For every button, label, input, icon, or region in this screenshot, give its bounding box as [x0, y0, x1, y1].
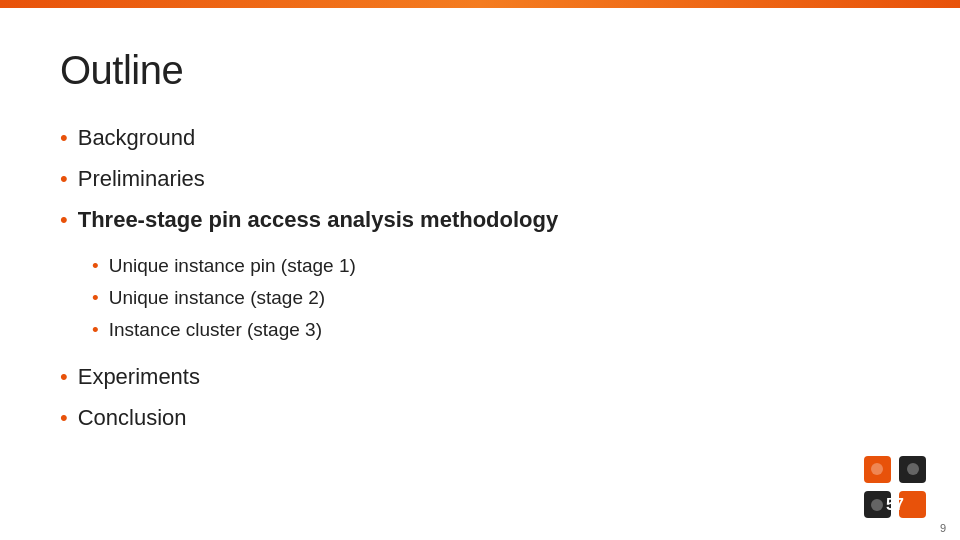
label-experiments: Experiments: [78, 362, 200, 393]
logo-area: 57: [860, 452, 930, 522]
label-background: Background: [78, 123, 195, 154]
list-item-background: • Background: [60, 123, 900, 154]
sub-list-item-1: • Unique instance pin (stage 1): [92, 253, 356, 280]
company-logo-icon: 57: [860, 452, 930, 522]
label-preliminaries: Preliminaries: [78, 164, 205, 195]
svg-point-7: [871, 499, 883, 511]
list-item-experiments: • Experiments: [60, 362, 900, 393]
top-bar: [0, 0, 960, 8]
list-item-three-stage: • Three-stage pin access analysis method…: [60, 205, 900, 353]
logo-svg-container: 57: [860, 452, 930, 522]
bullet-preliminaries: •: [60, 164, 68, 195]
slide-container: Outline • Background • Preliminaries • T…: [0, 8, 960, 540]
bullet-background: •: [60, 123, 68, 154]
label-three-stage: Three-stage pin access analysis methodol…: [78, 205, 559, 236]
bullet-conclusion: •: [60, 403, 68, 434]
sub-label-3: Instance cluster (stage 3): [109, 317, 322, 344]
sub-label-2: Unique instance (stage 2): [109, 285, 326, 312]
sub-bullet-3: •: [92, 317, 99, 344]
svg-text:57: 57: [886, 496, 904, 513]
sub-bullet-2: •: [92, 285, 99, 312]
label-conclusion: Conclusion: [78, 403, 187, 434]
sub-bullet-1: •: [92, 253, 99, 280]
sub-list-three-stage: • Unique instance pin (stage 1) • Unique…: [60, 247, 356, 352]
bullet-three-stage: •: [60, 205, 68, 236]
sub-list-item-3: • Instance cluster (stage 3): [92, 317, 356, 344]
list-item-conclusion: • Conclusion: [60, 403, 900, 434]
svg-point-5: [871, 463, 883, 475]
svg-point-6: [907, 463, 919, 475]
page-number: 9: [940, 522, 946, 534]
slide-title: Outline: [60, 48, 900, 93]
bullet-experiments: •: [60, 362, 68, 393]
outline-list: • Background • Preliminaries • Three-sta…: [60, 123, 900, 434]
list-item-preliminaries: • Preliminaries: [60, 164, 900, 195]
sub-list-item-2: • Unique instance (stage 2): [92, 285, 356, 312]
sub-label-1: Unique instance pin (stage 1): [109, 253, 356, 280]
